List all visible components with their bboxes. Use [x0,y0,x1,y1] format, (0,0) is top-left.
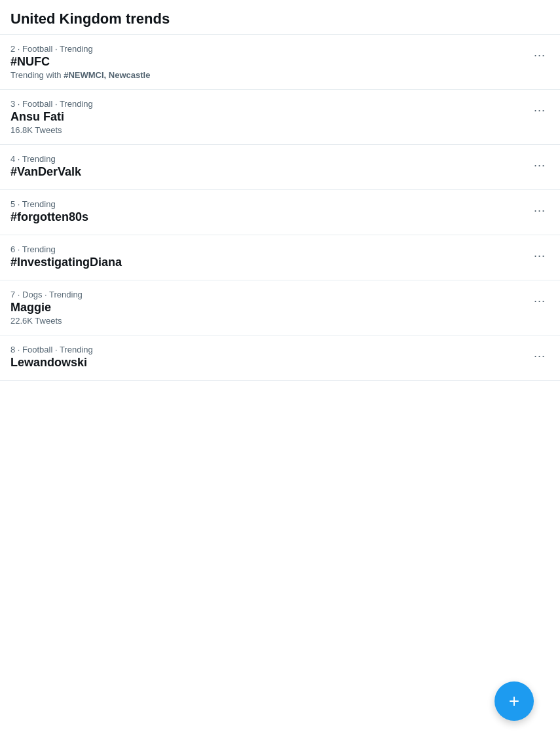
list-item[interactable]: 2 · Football · Trending #NUFC Trending w… [0,35,560,90]
trend-title: #VanDerValk [10,165,550,179]
compose-icon: + [509,692,519,710]
more-options-button[interactable]: ··· [530,202,550,219]
compose-button[interactable]: + [495,681,534,721]
list-item[interactable]: 3 · Football · Trending Ansu Fati 16.8K … [0,90,560,145]
list-item[interactable]: 7 · Dogs · Trending Maggie 22.6K Tweets … [0,280,560,335]
trend-sub: Trending with #NEWMCI, Newcastle [10,70,550,80]
trend-title: #InvestigatingDiana [10,256,550,269]
more-options-button[interactable]: ··· [530,292,550,309]
trend-category: 3 · Football · Trending [10,99,550,109]
list-item[interactable]: 5 · Trending #forgotten80s ··· [0,190,560,235]
trend-sub: 22.6K Tweets [10,316,550,326]
trends-list: 2 · Football · Trending #NUFC Trending w… [0,35,560,381]
trend-title: #NUFC [10,55,550,69]
list-item[interactable]: 4 · Trending #VanDerValk ··· [0,145,560,190]
trend-sub: 16.8K Tweets [10,125,550,135]
more-options-button[interactable]: ··· [530,247,550,264]
trend-category: 4 · Trending [10,154,550,164]
trend-category: 7 · Dogs · Trending [10,290,550,299]
page-title: United Kingdom trends [10,10,170,27]
more-options-button[interactable]: ··· [530,157,550,174]
list-item[interactable]: 8 · Football · Trending Lewandowski ··· [0,335,560,381]
more-options-button[interactable]: ··· [530,347,550,364]
trend-title: #forgotten80s [10,210,550,224]
header: United Kingdom trends [0,0,560,35]
trend-category: 5 · Trending [10,199,550,209]
trend-category: 6 · Trending [10,244,550,254]
list-item[interactable]: 6 · Trending #InvestigatingDiana ··· [0,235,560,280]
trend-title: Ansu Fati [10,110,550,124]
trend-category: 2 · Football · Trending [10,44,550,54]
trend-title: Lewandowski [10,356,550,370]
more-options-button[interactable]: ··· [530,102,550,119]
trend-title: Maggie [10,301,550,315]
trend-category: 8 · Football · Trending [10,345,550,354]
more-options-button[interactable]: ··· [530,47,550,64]
